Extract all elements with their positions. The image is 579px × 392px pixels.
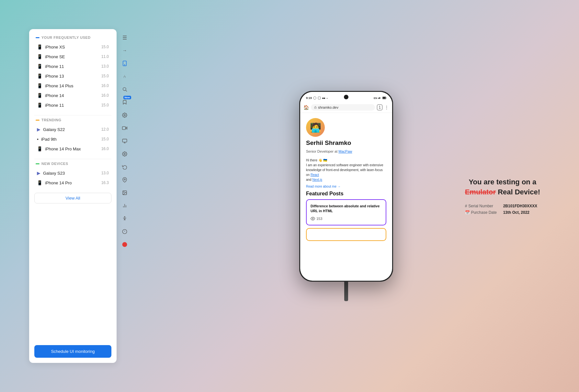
device-left: ▶ Galaxy S22 — [37, 127, 65, 132]
post-card-1[interactable]: Difference between absolute and relative… — [306, 199, 386, 225]
post-card-2[interactable] — [306, 228, 386, 241]
serial-number-value: 2B101FDH30XXXX — [503, 204, 537, 208]
device-name: Galaxy S22 — [43, 127, 65, 132]
device-info: # Serial Number 2B101FDH30XXXX 📅 Purchas… — [465, 204, 540, 215]
post-views: 153 — [311, 216, 382, 221]
svg-point-4 — [124, 114, 125, 116]
frequently-used-list: 📱 iPhone XS 15.0 📱 iPhone SE 11.0 📱 iPho… — [34, 42, 111, 110]
display-icon[interactable] — [119, 135, 131, 147]
device-item[interactable]: 📱 iPhone 14 16.0 — [34, 91, 111, 100]
status-time: 9:19 ■■ • — [306, 96, 328, 100]
device-item[interactable]: ▶ Galaxy S23 13.0 — [34, 168, 111, 178]
phone-frame: 9:19 ■■ • EN — [299, 91, 393, 282]
stop-icon[interactable] — [119, 239, 131, 250]
device-name: iPhone 13 — [45, 74, 64, 79]
refresh-icon[interactable] — [119, 161, 131, 173]
frequently-used-section: YOUR FREQUENTLY USED 📱 iPhone XS 15.0 📱 … — [29, 36, 117, 110]
device-left: 📱 iPhone SE — [37, 54, 65, 59]
device-item[interactable]: ▪ iPad 9th 15.0 — [34, 134, 111, 144]
menu-icon[interactable]: ⋮ — [384, 105, 389, 110]
device-item[interactable]: 📱 iPhone 11 13.0 — [34, 61, 111, 71]
video-icon[interactable] — [119, 122, 131, 134]
section-bar-orange — [36, 120, 40, 121]
emulator-label: Emulator — [465, 188, 496, 196]
device-type-icon: ▪ — [37, 136, 39, 142]
usb-cable — [344, 282, 348, 301]
divider-2 — [34, 159, 111, 159]
device-item[interactable]: 📱 iPhone 11 15.0 — [34, 100, 111, 110]
section-bar-blue — [36, 37, 40, 38]
chart-icon[interactable] — [119, 200, 131, 212]
svg-point-21 — [122, 242, 127, 247]
schedule-monitoring-button[interactable]: Schedule UI monitoring — [34, 345, 111, 358]
device-left: 📱 iPhone 14 Pro — [37, 180, 72, 185]
svg-rect-25 — [379, 97, 380, 99]
device-version: 16.0 — [101, 93, 109, 98]
hamburger-icon[interactable]: ☰ — [119, 32, 131, 43]
home-icon[interactable]: 🏠 — [303, 105, 309, 110]
serial-number-row: # Serial Number 2B101FDH30XXXX — [465, 204, 540, 208]
settings-icon[interactable] — [119, 109, 131, 121]
device-version: 15.0 — [101, 103, 109, 107]
device-type-icon: ▶ — [37, 170, 40, 176]
url-bar[interactable]: shramko.dev — [311, 104, 375, 111]
phone-screen: 9:19 ■■ • EN — [300, 92, 392, 281]
branch-icon[interactable]: ⑃ — [119, 71, 131, 82]
view-all-button[interactable]: View All — [34, 193, 111, 203]
settings2-icon[interactable] — [119, 148, 131, 160]
svg-rect-31 — [314, 107, 316, 109]
purchase-date-row: 📅 Purchase Date 13th Oct, 2022 — [465, 210, 540, 215]
tabs-icon[interactable]: 1 — [377, 104, 382, 110]
device-left: 📱 iPhone 11 — [37, 103, 64, 108]
section-bar-green — [36, 163, 40, 164]
device-icon[interactable] — [119, 58, 131, 69]
spacer — [29, 206, 117, 345]
device-item[interactable]: 📱 iPhone 14 Pro 16.3 — [34, 178, 111, 188]
device-left: 📱 iPhone 13 — [37, 73, 64, 79]
trending-list: ▶ Galaxy S22 12.0 ▪ iPad 9th 15.0 📱 iPho… — [34, 125, 111, 154]
device-item[interactable]: 📱 iPhone XS 15.0 — [34, 42, 111, 52]
device-item[interactable]: 📱 iPhone 14 Plus 16.0 — [34, 81, 111, 91]
svg-rect-26 — [380, 97, 380, 99]
svg-point-1 — [124, 65, 125, 65]
image-icon[interactable] — [119, 187, 131, 199]
profile-title: Senior Developer at MacPaw — [306, 149, 386, 153]
read-more-link[interactable]: Read more about me → — [306, 185, 386, 188]
device-left: ▪ iPad 9th — [37, 136, 57, 142]
svg-line-3 — [126, 90, 127, 92]
phone-camera — [344, 95, 348, 99]
svg-rect-7 — [122, 139, 127, 142]
zoom-icon[interactable] — [119, 83, 131, 95]
device-left: 📱 iPhone XS — [37, 44, 65, 49]
device-name: iPhone XS — [45, 45, 65, 49]
content-area: 9:19 ■■ • EN — [133, 29, 560, 363]
device-type-icon: 📱 — [37, 180, 42, 185]
svg-rect-6 — [122, 126, 126, 129]
device-item[interactable]: 📱 iPhone 13 15.0 — [34, 71, 111, 81]
avatar: 🧑‍💻 — [306, 118, 325, 137]
info-icon[interactable] — [119, 226, 131, 237]
bookmark-icon[interactable]: New — [119, 96, 131, 108]
device-name: iPhone 11 — [45, 64, 64, 69]
device-type-icon: 📱 — [37, 83, 42, 88]
device-version: 13.0 — [101, 171, 109, 175]
device-item[interactable]: 📱 iPhone SE 11.0 — [34, 52, 111, 61]
device-item[interactable]: 📱 iPhone 14 Pro Max 16.0 — [34, 144, 111, 154]
device-name: iPhone SE — [45, 54, 65, 59]
purchase-date-label: 📅 Purchase Date — [465, 210, 501, 215]
device-type-icon: 📱 — [37, 146, 42, 151]
device-version: 15.0 — [101, 74, 109, 78]
purchase-date-value: 13th Oct, 2022 — [503, 210, 529, 215]
device-item[interactable]: ▶ Galaxy S22 12.0 — [34, 125, 111, 134]
svg-point-2 — [123, 88, 126, 91]
svg-point-22 — [313, 97, 316, 99]
location-icon[interactable] — [119, 174, 131, 186]
device-type-icon: 📱 — [37, 54, 42, 59]
new-devices-section: NEW DEVICES ▶ Galaxy S23 13.0 📱 iPhone 1… — [29, 162, 117, 188]
svg-rect-24 — [378, 98, 379, 99]
device-name: iPhone 14 Pro Max — [45, 147, 81, 151]
accessibility-icon[interactable] — [119, 213, 131, 224]
svg-point-32 — [312, 218, 313, 219]
device-version: 15.0 — [101, 45, 109, 49]
arrow-right-icon[interactable]: → — [119, 45, 131, 56]
